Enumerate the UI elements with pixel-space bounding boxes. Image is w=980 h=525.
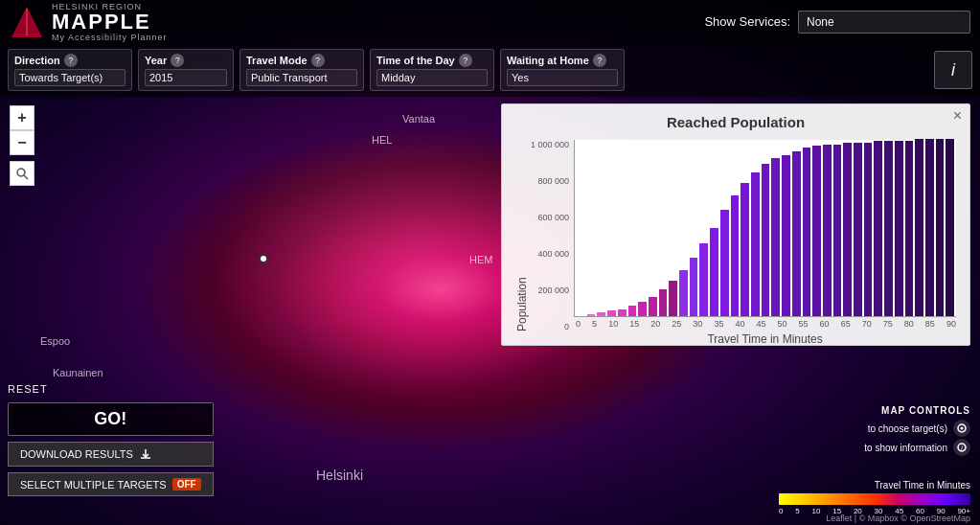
waiting-at-home-label: Waiting at Home (507, 55, 589, 66)
header: HELSINKI REGION MAPPLE My Accessibility … (0, 0, 980, 43)
chart-bar[interactable] (782, 155, 790, 316)
chart-bar[interactable] (905, 141, 914, 316)
logo-title: MAPPLE (52, 11, 168, 33)
chart-bar[interactable] (690, 258, 698, 316)
chart-bar[interactable] (792, 151, 801, 316)
color-bar (779, 493, 970, 505)
chart-bar[interactable] (649, 297, 657, 316)
travel-mode-control: Travel Mode ? Public Transport Car Walki… (239, 49, 364, 91)
chart-bar[interactable] (823, 145, 832, 316)
waiting-at-home-control: Waiting at Home ? Yes No (500, 49, 625, 91)
attribution: Leaflet | © Mapbox © OpenStreetMap (826, 514, 970, 523)
svg-point-6 (961, 427, 964, 430)
zoom-in-button[interactable]: + (10, 105, 34, 130)
chart-close-button[interactable]: × (953, 108, 962, 124)
search-button[interactable] (10, 161, 34, 186)
x-axis-title: Travel Time in Minutes (574, 332, 956, 346)
target-icon (953, 420, 970, 437)
services-area: Show Services: None (704, 11, 970, 34)
search-icon (15, 167, 29, 180)
year-select[interactable]: 2015 2016 (145, 69, 227, 86)
zoom-controls: + − (10, 105, 34, 186)
chart-bar[interactable] (659, 289, 668, 316)
select-multiple-targets-button[interactable]: SELECT MULTIPLE TARGETS OFF (8, 472, 214, 496)
bars-area (574, 140, 956, 317)
download-label: DOWNLOAD RESULTS (20, 448, 133, 460)
direction-control: Direction ? Towards Target(s) From Targe… (8, 49, 132, 91)
travel-legend-title: Travel Time in Minutes (779, 480, 970, 491)
chart-bar[interactable] (925, 139, 934, 316)
travel-mode-help-icon[interactable]: ? (311, 54, 325, 67)
chart-bar[interactable] (710, 228, 718, 317)
chart-bar[interactable] (597, 312, 605, 316)
chart-bar[interactable] (812, 146, 821, 316)
chart-bar[interactable] (803, 148, 811, 316)
map-controls-title: MAP CONTROLS (864, 405, 970, 416)
chart-bar[interactable] (618, 309, 627, 316)
chart-bar[interactable] (936, 139, 945, 316)
chart-bar[interactable] (833, 145, 842, 316)
chart-bar[interactable] (864, 143, 873, 316)
y-axis-labels: 1 000 000 800 000 600 000 400 000 200 00… (531, 140, 574, 331)
direction-select[interactable]: Towards Target(s) From Target(s) (14, 69, 125, 86)
chart-bar[interactable] (699, 243, 708, 316)
chart-bar[interactable] (771, 158, 780, 316)
map-ctrl-target: to choose target(s) (864, 420, 970, 437)
download-button[interactable]: DOWNLOAD RESULTS (8, 442, 214, 467)
map-ctrl-info: to show information i (864, 439, 970, 456)
time-of-day-help-icon[interactable]: ? (459, 54, 472, 67)
chart-bar[interactable] (884, 141, 893, 316)
go-button[interactable]: GO! (8, 402, 214, 436)
year-control: Year ? 2015 2016 (138, 49, 234, 91)
chart-bar[interactable] (946, 139, 954, 316)
chart-bar[interactable] (587, 314, 596, 316)
chart-bar[interactable] (915, 139, 923, 316)
chart-bar[interactable] (741, 183, 749, 316)
chart-bar[interactable] (751, 172, 760, 316)
logo-text-area: HELSINKI REGION MAPPLE My Accessibility … (52, 2, 168, 42)
travel-time-legend: Travel Time in Minutes 05101520304560909… (779, 480, 970, 515)
chart-bar[interactable] (679, 270, 688, 316)
chart-bar[interactable] (720, 210, 729, 316)
travel-mode-label: Travel Mode (246, 55, 308, 66)
logo-icon (10, 5, 44, 39)
zoom-out-button[interactable]: − (10, 130, 34, 155)
x-axis-labels: 051015202530354045505560657075808590 (574, 319, 956, 329)
reset-button[interactable]: RESET (8, 383, 214, 395)
y-axis-title: Population (515, 140, 529, 331)
chart-bar[interactable] (628, 306, 637, 316)
svg-point-3 (17, 169, 25, 176)
chart-bar[interactable] (874, 141, 882, 316)
chart-area: Population 1 000 000 800 000 600 000 400… (515, 140, 956, 331)
chart-title: Reached Population (515, 114, 956, 130)
logo-subtitle: My Accessibility Planner (52, 33, 168, 42)
info-button[interactable]: i (934, 51, 972, 89)
download-icon (139, 447, 152, 461)
target-dot[interactable] (259, 254, 268, 263)
travel-mode-select[interactable]: Public Transport Car Walking (246, 69, 357, 86)
chart-bar[interactable] (669, 281, 677, 316)
time-of-day-select[interactable]: Midday Morning Rush (376, 69, 488, 86)
logo-area: HELSINKI REGION MAPPLE My Accessibility … (10, 2, 168, 42)
chart-bar[interactable] (843, 143, 852, 316)
year-label: Year (145, 55, 167, 66)
chart-bar[interactable] (762, 164, 770, 316)
waiting-at-home-help-icon[interactable]: ? (593, 54, 606, 67)
chart-content: 051015202530354045505560657075808590 Tra… (574, 140, 956, 331)
chart-bar[interactable] (607, 310, 616, 316)
map-controls-legend: MAP CONTROLS to choose target(s) to show… (864, 405, 970, 458)
chart-bar[interactable] (854, 143, 862, 316)
select-targets-label: SELECT MULTIPLE TARGETS (20, 479, 167, 491)
info-ctrl-icon: i (953, 439, 970, 456)
time-of-day-control: Time of the Day ? Midday Morning Rush (370, 49, 494, 91)
services-dropdown[interactable]: None (798, 11, 970, 34)
chart-bar[interactable] (895, 141, 903, 316)
chart-bar[interactable] (638, 302, 647, 316)
svg-line-4 (24, 175, 28, 179)
chart-bar[interactable] (731, 195, 740, 316)
waiting-at-home-select[interactable]: Yes No (507, 69, 618, 86)
svg-text:i: i (961, 445, 963, 451)
show-services-label: Show Services: (704, 14, 790, 29)
direction-help-icon[interactable]: ? (64, 54, 78, 67)
year-help-icon[interactable]: ? (171, 54, 184, 67)
